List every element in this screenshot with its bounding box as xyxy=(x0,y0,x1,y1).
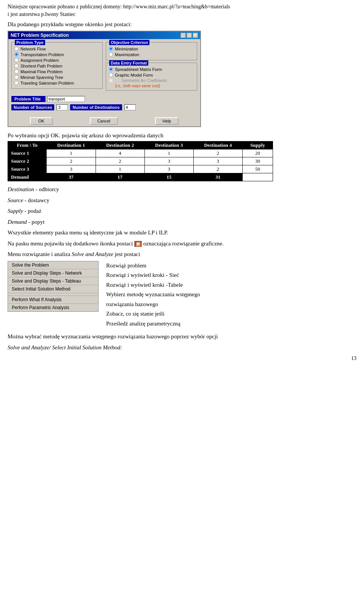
solve-menu-intro: Menu rozwiązanie i analiza Solve and Ana… xyxy=(8,250,356,259)
radio-assignment-input[interactable] xyxy=(14,58,19,62)
radio-maximization-label: Maximization xyxy=(115,52,139,57)
radio-maximization-input[interactable] xyxy=(109,52,113,57)
radio-maximization[interactable]: Maximization xyxy=(108,52,195,57)
dialog-bottom: Problem Title Number of Sources Number o… xyxy=(8,96,200,116)
num-destinations-label: Number of Destinations xyxy=(70,104,122,110)
table-demand-row: Demand 37 17 15 31 xyxy=(8,173,273,181)
translation-7: Prześledź analizę parametryczną xyxy=(106,319,200,329)
after-ok-text: Po wybraniu opcji OK. pojawia się arkusz… xyxy=(8,132,356,139)
row-source1-d1: 1 xyxy=(47,149,96,157)
demand-d2: 17 xyxy=(96,173,144,181)
radio-spreadsheet-input[interactable] xyxy=(109,67,113,71)
radio-network-flow-label: Network Flow xyxy=(20,47,46,51)
translation-2: Rozwiąż i wyświetl kroki - Sieć xyxy=(106,270,200,280)
legend-source: Source - dostawcy xyxy=(8,196,356,205)
radio-graphic-input[interactable] xyxy=(109,73,113,77)
row-source3-d4: 2 xyxy=(193,165,242,173)
radio-minimal-spanning-label: Minimal Spanning Tree xyxy=(20,75,63,80)
radio-network-flow-input[interactable] xyxy=(14,47,19,51)
table-header-row: From \ To Destination 1 Destination 2 De… xyxy=(8,141,273,149)
problem-title-label: Problem Title xyxy=(11,96,46,102)
solve-menu-item-4[interactable]: Select Initial Solution Method xyxy=(8,285,98,293)
radio-minimal-spanning[interactable]: Minimal Spanning Tree xyxy=(14,75,100,80)
radio-traveling-salesman-label: Traveling Salesman Problem xyxy=(20,81,74,85)
translation-6: Zobacz, co się stanie jeśli xyxy=(106,309,200,319)
solve-menu-item-2[interactable]: Solve and Display Steps - Network xyxy=(8,269,98,277)
row-source3-supply: 50 xyxy=(242,165,273,173)
radio-minimization-input[interactable] xyxy=(109,47,113,51)
demand-d1: 37 xyxy=(47,173,96,181)
close-button[interactable]: ✕ xyxy=(193,33,198,38)
checkbox-symmetric[interactable]: Symmetric Arc Coefficients xyxy=(108,78,195,83)
net-problem-dialog: NET Problem Specification _ □ ✕ Problem … xyxy=(8,31,201,127)
solve-menu-item-6[interactable]: Perform Parametric Analysis xyxy=(8,304,98,311)
cancel-button[interactable]: Cancel xyxy=(90,117,118,125)
radio-network-flow[interactable]: Network Flow xyxy=(14,46,100,51)
row-source1-label: Source 1 xyxy=(8,149,47,157)
sources-dest-row: Number of Sources Number of Destinations xyxy=(11,104,197,110)
dialog-buttons-row: OK Cancel Help xyxy=(8,116,200,126)
ok-button[interactable]: OK xyxy=(30,117,53,125)
radio-minimization-label: Minimization xyxy=(115,47,138,51)
demand-label: Demand xyxy=(8,173,47,181)
row-source3-label: Source 3 xyxy=(8,165,47,173)
header-line2: i jest autorstwa p.Iwony Staniec xyxy=(8,11,356,17)
radio-minimal-spanning-input[interactable] xyxy=(14,75,19,79)
demand-d4: 31 xyxy=(193,173,242,181)
radio-transportation-input[interactable] xyxy=(14,52,19,57)
row-source1-d2: 4 xyxy=(96,149,144,157)
problem-type-groupbox: Problem Type Network Flow Transportation… xyxy=(11,42,103,89)
num-destinations-input[interactable] xyxy=(124,104,136,110)
icon-note: Na pasku menu pojawiła się dodatkowo iko… xyxy=(8,239,356,248)
solve-menu-separator xyxy=(8,293,98,296)
table-row: Source 2 2 2 3 3 30 xyxy=(8,157,273,165)
radio-traveling-salesman[interactable]: Traveling Salesman Problem xyxy=(14,80,100,85)
radio-spreadsheet[interactable]: Spreadsheet Matrix Form xyxy=(108,67,195,72)
table-header-dest3: Destination 3 xyxy=(144,141,193,149)
radio-transportation[interactable]: Transportation Problem xyxy=(14,52,100,57)
demand-d3: 15 xyxy=(144,173,193,181)
radio-minimization[interactable]: Minimization xyxy=(108,46,195,51)
checkbox-symmetric-input[interactable] xyxy=(109,79,113,83)
radio-shortest-path-input[interactable] xyxy=(14,64,19,68)
data-entry-groupbox: Data Entry Format Spreadsheet Matrix For… xyxy=(106,63,197,91)
maximize-button[interactable]: □ xyxy=(187,33,192,38)
table-header-from-to: From \ To xyxy=(8,141,47,149)
radio-graphic[interactable]: Graphic Model Form xyxy=(108,72,195,77)
checkbox-symmetric-label: Symmetric Arc Coefficients xyxy=(122,79,167,83)
row-source3-d2: 1 xyxy=(96,165,144,173)
table-header-dest2: Destination 2 xyxy=(96,141,144,149)
solve-menu-item-5[interactable]: Perform What If Analysis xyxy=(8,296,98,304)
radio-shortest-path[interactable]: Shortest Path Problem xyxy=(14,63,100,68)
table-row: Source 3 3 1 3 2 50 xyxy=(8,165,273,173)
radio-graphic-label: Graphic Model Form xyxy=(115,73,153,77)
row-source3-d3: 3 xyxy=(144,165,193,173)
row-source2-label: Source 2 xyxy=(8,157,47,165)
problem-type-section: Problem Type Network Flow Transportation… xyxy=(11,42,103,93)
row-source1-d4: 2 xyxy=(193,149,242,157)
problem-title-input[interactable] xyxy=(47,96,85,102)
row-source2-supply: 30 xyxy=(242,157,273,165)
intro-text: Dla podanego przykładu wstępne okienko j… xyxy=(8,21,356,28)
table-header-dest4: Destination 4 xyxy=(193,141,242,149)
row-source2-d4: 3 xyxy=(193,157,242,165)
row-source1-supply: 20 xyxy=(242,149,273,157)
radio-shortest-path-label: Shortest Path Problem xyxy=(20,64,63,68)
num-sources-input[interactable] xyxy=(56,104,68,110)
solve-menu-item-1[interactable]: Solve the Problem xyxy=(8,261,98,269)
row-source1-d3: 1 xyxy=(144,149,193,157)
dialog-body: Problem Type Network Flow Transportation… xyxy=(8,39,200,96)
symmetric-note: [i.e., both ways same cost] xyxy=(115,84,195,88)
minimize-button[interactable]: _ xyxy=(180,33,186,38)
radio-maximal-flow-label: Maximal Flow Problem xyxy=(20,69,63,74)
problem-title-row: Problem Title xyxy=(11,96,197,102)
row-source3-d1: 3 xyxy=(47,165,96,173)
objective-label: Objective Criterion xyxy=(109,40,149,45)
radio-maximal-flow-input[interactable] xyxy=(14,69,19,74)
radio-traveling-salesman-input[interactable] xyxy=(14,81,19,85)
help-button[interactable]: Help xyxy=(155,117,179,125)
radio-maximal-flow[interactable]: Maximal Flow Problem xyxy=(14,69,100,74)
solve-menu-item-3[interactable]: Solve and Display Steps - Tableau xyxy=(8,277,98,285)
final-line2-italic: Solve and Analyze/ Select Initial Soluti… xyxy=(8,344,122,350)
radio-assignment[interactable]: Assignment Problem xyxy=(14,58,100,63)
